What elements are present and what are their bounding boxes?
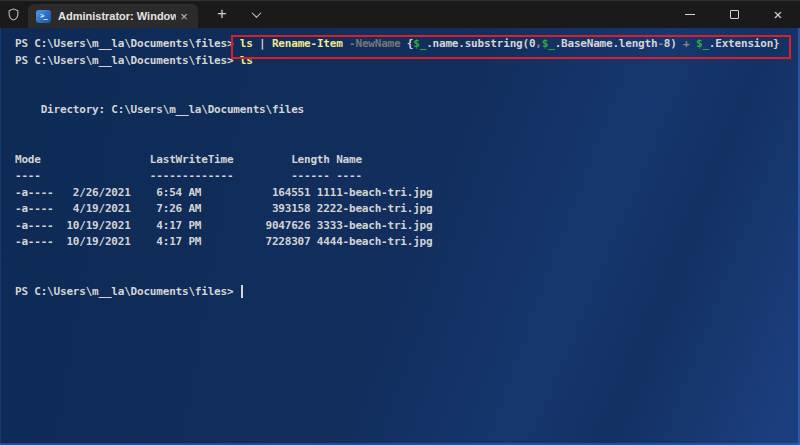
terminal-text: -a---- 10/19/2021 4:17 PM 7228307 4444-b… bbox=[15, 235, 432, 248]
terminal-text: -a---- 2/26/2021 6:54 AM 164551 1111-bea… bbox=[15, 186, 432, 199]
close-icon: × bbox=[774, 7, 783, 22]
terminal-line bbox=[15, 120, 800, 137]
terminal-line bbox=[15, 70, 800, 87]
terminal-text: -a---- 10/19/2021 4:17 PM 9047626 3333-b… bbox=[15, 219, 432, 232]
admin-shield-icon bbox=[0, 7, 26, 22]
terminal-line bbox=[15, 87, 800, 104]
terminal-window: >_ Administrator: Windows Powe × + × PS … bbox=[0, 0, 800, 445]
terminal-line: Mode LastWriteTime Length Name bbox=[15, 153, 800, 170]
terminal-text: Rename-Item bbox=[272, 37, 343, 50]
minimize-icon bbox=[685, 14, 695, 15]
terminal-line bbox=[15, 136, 800, 153]
tab-administrator-powershell[interactable]: >_ Administrator: Windows Powe × bbox=[28, 4, 198, 28]
terminal-text: Directory: C:\Users\m__la\Documents\file… bbox=[15, 103, 304, 116]
terminal-text: .name.substring(0 bbox=[426, 37, 535, 50]
terminal-text: { bbox=[400, 37, 413, 50]
terminal-text: ls bbox=[240, 54, 253, 67]
terminal-line: -a---- 4/19/2021 7:26 AM 393158 2222-bea… bbox=[15, 202, 800, 219]
terminal-text: 8) bbox=[664, 37, 683, 50]
terminal-text: PS C:\Users\m__la\Documents\files> bbox=[15, 285, 240, 298]
text-cursor bbox=[241, 285, 243, 298]
minimize-button[interactable] bbox=[668, 0, 712, 28]
close-button[interactable]: × bbox=[756, 0, 800, 28]
terminal-text: -a---- 4/19/2021 7:26 AM 393158 2222-bea… bbox=[15, 202, 432, 215]
terminal-line: -a---- 10/19/2021 4:17 PM 9047626 3333-b… bbox=[15, 219, 800, 236]
terminal-line bbox=[15, 268, 800, 285]
maximize-icon bbox=[730, 10, 739, 19]
terminal-text: Mode LastWriteTime Length Name bbox=[15, 153, 362, 166]
maximize-button[interactable] bbox=[712, 0, 756, 28]
terminal-text: ls bbox=[240, 37, 253, 50]
terminal-text: | bbox=[253, 37, 272, 50]
terminal-line: -a---- 2/26/2021 6:54 AM 164551 1111-bea… bbox=[15, 186, 800, 203]
tab-close-icon[interactable]: × bbox=[176, 10, 192, 23]
terminal-line: PS C:\Users\m__la\Documents\files> ls bbox=[15, 54, 800, 71]
terminal-text: ---- ------------- ------ ---- bbox=[15, 169, 362, 182]
terminal-line: Directory: C:\Users\m__la\Documents\file… bbox=[15, 103, 800, 120]
terminal-text: $_ bbox=[696, 37, 709, 50]
terminal-output[interactable]: PS C:\Users\m__la\Documents\files> ls | … bbox=[0, 28, 800, 445]
terminal-text: PS C:\Users\m__la\Documents\files> bbox=[15, 37, 240, 50]
new-tab-button[interactable]: + bbox=[210, 7, 234, 21]
terminal-line: PS C:\Users\m__la\Documents\files> ls | … bbox=[15, 37, 800, 54]
terminal-text: .Extension} bbox=[709, 37, 780, 50]
terminal-text: $_ bbox=[413, 37, 426, 50]
tab-dropdown-button[interactable] bbox=[244, 11, 268, 18]
terminal-text: .BaseName.length bbox=[555, 37, 658, 50]
chevron-down-icon bbox=[251, 8, 261, 18]
terminal-line: ---- ------------- ------ ---- bbox=[15, 169, 800, 186]
titlebar: >_ Administrator: Windows Powe × + × bbox=[0, 0, 800, 28]
terminal-line: -a---- 10/19/2021 4:17 PM 7228307 4444-b… bbox=[15, 235, 800, 252]
terminal-line: PS C:\Users\m__la\Documents\files> bbox=[15, 285, 800, 302]
terminal-text: -NewName bbox=[349, 37, 400, 50]
terminal-text: PS C:\Users\m__la\Documents\files> bbox=[15, 54, 240, 67]
terminal-line bbox=[15, 252, 800, 269]
tab-title: Administrator: Windows Powe bbox=[58, 10, 176, 22]
terminal-text: $_ bbox=[542, 37, 555, 50]
powershell-icon: >_ bbox=[36, 10, 51, 23]
